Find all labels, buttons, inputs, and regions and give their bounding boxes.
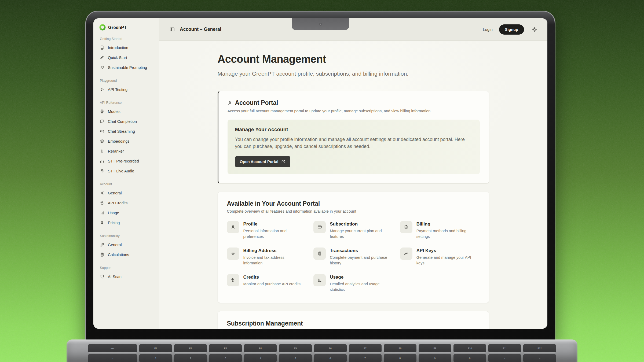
keyboard-key: F9 xyxy=(419,344,451,352)
person-icon xyxy=(231,224,235,230)
keyboard-key: 0 xyxy=(453,354,486,362)
feature-description: Manage your current plan and features xyxy=(330,228,389,239)
sidebar-item-stt-live-audio[interactable]: STT Live Audio xyxy=(98,166,155,176)
card-title: Account Portal xyxy=(235,99,278,106)
sidebar-item-label: Reranker xyxy=(108,149,124,153)
account-portal-card: Account Portal Access your full account … xyxy=(218,91,489,184)
coins-icon xyxy=(231,277,235,283)
topbar: Account – General Login Signup xyxy=(159,18,547,41)
feature-description: Detailed analytics and usage statistics xyxy=(330,281,389,293)
keyboard-key: F5 xyxy=(279,344,312,352)
credit-card-icon xyxy=(317,224,322,230)
sidebar-item-reranker[interactable]: Reranker xyxy=(98,146,155,156)
subscription-management-card: Subscription Management xyxy=(218,311,489,329)
card-title: Available in Your Account Portal xyxy=(227,200,480,207)
green-ring-logo-icon xyxy=(99,24,106,31)
sidebar-item-label: Introduction xyxy=(108,46,128,50)
feature-description: Monitor and purchase API credits xyxy=(243,281,301,287)
keyboard-key: F4 xyxy=(244,344,277,352)
sidebar-item-usage[interactable]: Usage xyxy=(98,208,155,218)
feature-title: Transactions xyxy=(330,248,389,253)
person-icon xyxy=(228,100,232,106)
sidebar-item-sustainable-prompting[interactable]: Sustainable Prompting xyxy=(98,62,155,72)
keyboard-key: F6 xyxy=(314,344,347,352)
sidebar-item-label: Calculations xyxy=(108,253,129,257)
bar-chart-icon xyxy=(100,210,104,215)
sun-icon[interactable] xyxy=(532,27,537,32)
sidebar-item-label: Chat Completion xyxy=(108,119,137,124)
feature-profile: Profile Personal information and prefere… xyxy=(227,221,307,239)
feature-title: Subscription xyxy=(330,221,389,227)
sidebar-item-models[interactable]: Models xyxy=(98,106,155,116)
panel-left-icon[interactable] xyxy=(169,27,175,32)
sidebar-item-api-testing[interactable]: API Testing xyxy=(98,84,155,94)
keyboard-row: ~1234567890-= xyxy=(88,354,556,362)
feature-usage: Usage Detailed analytics and usage stati… xyxy=(313,274,393,293)
keyboard-key: 5 xyxy=(279,354,312,362)
brand-name: GreenPT xyxy=(108,25,127,30)
sidebar-item-embeddings[interactable]: Embeddings xyxy=(98,136,155,146)
feature-description: Payment methods and billing settings xyxy=(416,228,475,239)
dollar-icon xyxy=(100,220,104,225)
sidebar-item-ai-scan[interactable]: AI Scan xyxy=(98,272,155,282)
keyboard-key: 4 xyxy=(244,354,277,362)
open-account-portal-button[interactable]: Open Account Portal xyxy=(235,156,291,167)
keyboard-key: 7 xyxy=(349,354,382,362)
sidebar-section-api-reference: API Reference xyxy=(100,101,155,105)
main-area: Account – General Login Signup Account M… xyxy=(159,18,547,329)
keyboard-key: F7 xyxy=(349,344,382,352)
laptop-keyboard-deck: escF1F2F3F4F5F6F7F8F9F10F11F12 ~12345678… xyxy=(67,339,577,362)
sidebar-section-playground: Playground xyxy=(100,79,155,83)
sidebar-item-chat-streaming[interactable]: Chat Streaming xyxy=(98,126,155,136)
chart-icon xyxy=(317,277,322,283)
panel-title: Manage Your Account xyxy=(235,127,472,132)
keyboard-key: - xyxy=(488,354,521,362)
content-scroll-area[interactable]: Account Management Manage your GreenPT a… xyxy=(159,41,547,329)
feature-title: Profile xyxy=(243,221,302,227)
feature-title: API Keys xyxy=(416,248,475,253)
portal-features-card: Available in Your Account Portal Complet… xyxy=(218,192,489,303)
sidebar-item-label: API Credits xyxy=(108,201,127,205)
sidebar-item-stt-prerecorded[interactable]: STT Pre-recorded xyxy=(98,156,155,166)
sidebar-section-support: Support xyxy=(100,266,155,270)
sidebar-item-pricing[interactable]: Pricing xyxy=(98,218,155,228)
sidebar-item-label: Embeddings xyxy=(108,139,130,143)
keyboard-key: ~ xyxy=(88,354,137,362)
chat-bubble-icon xyxy=(100,119,104,124)
feature-subscription: Subscription Manage your current plan an… xyxy=(313,221,393,239)
sidebar-item-sustainability-general[interactable]: General xyxy=(98,240,155,250)
signup-button[interactable]: Signup xyxy=(499,24,524,35)
leaf-icon xyxy=(100,242,104,247)
keyboard-key: esc xyxy=(88,344,137,352)
sidebar-item-api-credits[interactable]: API Credits xyxy=(98,198,155,208)
sidebar-item-calculations[interactable]: Calculations xyxy=(98,250,155,260)
receipt-icon xyxy=(317,251,322,256)
sort-arrows-icon xyxy=(100,149,104,153)
sidebar-item-label: STT Live Audio xyxy=(108,169,134,173)
calculator-icon xyxy=(100,252,104,257)
keyboard-key: 1 xyxy=(139,354,172,362)
book-icon xyxy=(100,45,104,50)
keyboard-key: F11 xyxy=(488,344,521,352)
sidebar-section-sustainability: Sustainability xyxy=(100,234,155,238)
button-label: Open Account Portal xyxy=(240,160,279,164)
keyboard-key: 8 xyxy=(384,354,416,362)
laptop-screen: GreenPT Getting Started Introduction Qui… xyxy=(93,18,547,329)
sidebar-item-label: API Testing xyxy=(108,87,127,92)
page-breadcrumb-title: Account – General xyxy=(180,27,221,32)
sidebar-item-quick-start[interactable]: Quick Start xyxy=(98,53,155,62)
gear-icon xyxy=(100,191,104,195)
sidebar: GreenPT Getting Started Introduction Qui… xyxy=(93,18,159,329)
external-link-icon xyxy=(281,160,286,164)
keyboard-row: escF1F2F3F4F5F6F7F8F9F10F11F12 xyxy=(88,344,556,352)
keyboard-key: F10 xyxy=(453,344,486,352)
sidebar-item-label: General xyxy=(108,243,122,247)
login-link[interactable]: Login xyxy=(483,27,493,32)
feature-title: Billing Address xyxy=(243,248,302,253)
sidebar-item-account-general[interactable]: General xyxy=(98,188,155,198)
camera-icon xyxy=(319,23,322,26)
brand-logo[interactable]: GreenPT xyxy=(98,24,155,31)
sidebar-item-chat-completion[interactable]: Chat Completion xyxy=(98,116,155,126)
sidebar-item-introduction[interactable]: Introduction xyxy=(98,43,155,53)
play-icon xyxy=(100,87,104,92)
